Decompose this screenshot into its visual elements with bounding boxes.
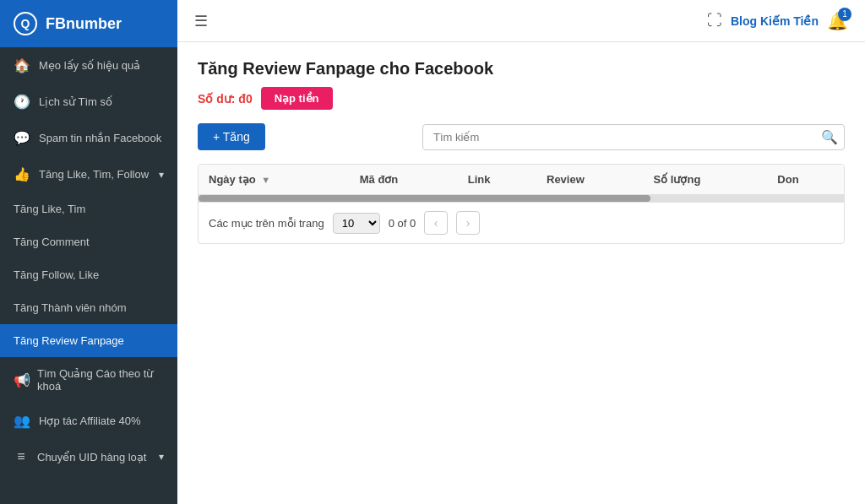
sidebar-item-tang-thanh-vien-nhom[interactable]: Tăng Thành viên nhóm bbox=[0, 291, 177, 324]
col-so-luong[interactable]: Số lượng bbox=[644, 165, 768, 195]
sidebar-item-tang-like-tim[interactable]: Tăng Like, Tim bbox=[0, 192, 177, 225]
sidebar-item-tang-comment[interactable]: Tăng Comment bbox=[0, 225, 177, 258]
sidebar-item-tang-follow-like[interactable]: Tăng Follow, Like bbox=[0, 258, 177, 291]
sidebar-label: Tăng Follow, Like bbox=[14, 268, 99, 281]
sidebar-label: Tìm Quảng Cáo theo từ khoá bbox=[37, 367, 164, 393]
sidebar-label: Chuyển UID hàng loạt bbox=[37, 451, 146, 463]
col-link[interactable]: Link bbox=[458, 165, 536, 195]
sidebar-nav: 🏠Mẹo lấy số hiệu quả🕐Lịch sử Tìm số💬Spam… bbox=[0, 47, 177, 474]
sidebar: Q FBnumber 🏠Mẹo lấy số hiệu quả🕐Lịch sử … bbox=[0, 0, 177, 504]
sidebar-icon: ≡ bbox=[14, 449, 29, 464]
sidebar-item-lich-su-tim-so[interactable]: 🕐Lịch sử Tìm số bbox=[0, 84, 177, 120]
sidebar-item-tang-review-fanpage[interactable]: Tăng Review Fanpage bbox=[0, 324, 177, 357]
sidebar-icon: 🕐 bbox=[14, 94, 30, 110]
page-title: Tăng Review Fanpage cho Facebook bbox=[198, 59, 845, 79]
prev-page-button[interactable]: ‹ bbox=[424, 211, 448, 235]
sidebar-header[interactable]: Q FBnumber bbox=[0, 0, 177, 47]
next-page-button[interactable]: › bbox=[456, 211, 480, 235]
content-area: Tăng Review Fanpage cho Facebook Số dư: … bbox=[177, 42, 865, 504]
notif-badge: 1 bbox=[838, 8, 851, 21]
main-area: ☰ ⛶ Blog Kiếm Tiền 🔔 1 Tăng Review Fanpa… bbox=[177, 0, 865, 504]
sidebar-item-tang-like-tim-follow[interactable]: 👍Tăng Like, Tim, Follow▾ bbox=[0, 156, 177, 192]
sidebar-icon: 👥 bbox=[14, 413, 30, 429]
sidebar-label: Tăng Review Fanpage bbox=[14, 334, 124, 347]
sidebar-label: Tăng Like, Tim, Follow bbox=[39, 168, 149, 181]
balance-label: Số dư: đ0 bbox=[198, 92, 253, 106]
data-table: Ngày tạo ▼ Mã đơn Link Review Số lượng D… bbox=[199, 165, 844, 195]
sidebar-item-hop-tac-affiliate[interactable]: 👥Hợp tác Affiliate 40% bbox=[0, 403, 177, 439]
sort-icon-ngay-tao: ▼ bbox=[261, 175, 270, 185]
blog-link[interactable]: Blog Kiếm Tiền bbox=[731, 14, 819, 28]
chevron-icon: ▾ bbox=[159, 169, 164, 181]
per-page-label: Các mục trên mỗi trang bbox=[209, 217, 324, 230]
search-icon[interactable]: 🔍 bbox=[821, 129, 838, 145]
scrollbar-thumb bbox=[199, 195, 650, 202]
tang-button[interactable]: + Tăng bbox=[198, 123, 265, 150]
sidebar-label: Lịch sử Tìm số bbox=[39, 95, 112, 108]
brand-name: FBnumber bbox=[46, 15, 122, 33]
sidebar-label: Tăng Thành viên nhóm bbox=[14, 301, 126, 314]
fullscreen-icon[interactable]: ⛶ bbox=[707, 12, 722, 30]
col-ngay-tao[interactable]: Ngày tạo ▼ bbox=[199, 165, 350, 195]
toolbar-row: + Tăng 🔍 bbox=[198, 123, 845, 150]
col-review[interactable]: Review bbox=[536, 165, 644, 195]
sidebar-item-tim-quang-cao[interactable]: 📢Tìm Quảng Cáo theo từ khoá bbox=[0, 357, 177, 403]
sidebar-item-spam-tin-nhan[interactable]: 💬Spam tin nhắn Facebook bbox=[0, 120, 177, 156]
sidebar-item-meo-lay-so[interactable]: 🏠Mẹo lấy số hiệu quả bbox=[0, 47, 177, 84]
sidebar-label: Tăng Comment bbox=[14, 236, 90, 248]
nap-tien-button[interactable]: Nạp tiền bbox=[261, 87, 333, 110]
search-wrapper: 🔍 bbox=[422, 124, 845, 150]
col-ma-don[interactable]: Mã đơn bbox=[350, 165, 458, 195]
sidebar-label: Spam tin nhắn Facebook bbox=[39, 132, 161, 144]
sidebar-item-chuyen-uid[interactable]: ≡Chuyển UID hàng loạt▾ bbox=[0, 439, 177, 474]
pagination-row: Các mục trên mỗi trang 10 25 50 100 0 of… bbox=[199, 202, 844, 243]
table-header-row: Ngày tạo ▼ Mã đơn Link Review Số lượng D… bbox=[199, 165, 844, 195]
notification-bell[interactable]: 🔔 1 bbox=[827, 11, 848, 31]
sidebar-label: Tăng Like, Tim bbox=[14, 203, 85, 215]
chevron-icon: ▾ bbox=[159, 451, 164, 463]
page-info: 0 of 0 bbox=[389, 217, 416, 230]
sidebar-icon: 📢 bbox=[14, 372, 29, 388]
sidebar-icon: 💬 bbox=[14, 130, 30, 146]
per-page-select[interactable]: 10 25 50 100 bbox=[333, 213, 380, 234]
logo-icon: Q bbox=[14, 12, 37, 35]
balance-row: Số dư: đ0 Nạp tiền bbox=[198, 87, 845, 110]
col-don[interactable]: Don bbox=[767, 165, 844, 195]
data-table-wrapper: Ngày tạo ▼ Mã đơn Link Review Số lượng D… bbox=[198, 164, 845, 244]
sidebar-icon: 👍 bbox=[14, 166, 30, 182]
sidebar-label: Hợp tác Affiliate 40% bbox=[39, 415, 141, 427]
horizontal-scrollbar[interactable] bbox=[199, 195, 844, 202]
menu-icon[interactable]: ☰ bbox=[194, 12, 208, 30]
sidebar-icon: 🏠 bbox=[14, 57, 30, 73]
topbar: ☰ ⛶ Blog Kiếm Tiền 🔔 1 bbox=[177, 0, 865, 42]
search-input[interactable] bbox=[422, 124, 845, 150]
sidebar-label: Mẹo lấy số hiệu quả bbox=[39, 59, 140, 72]
